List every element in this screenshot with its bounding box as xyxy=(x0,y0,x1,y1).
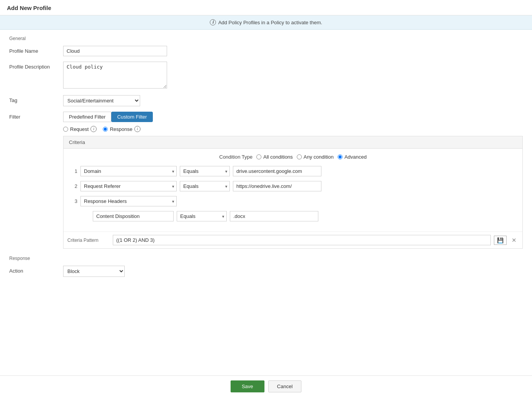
response-section: Response Action Block Allow Monitor xyxy=(9,256,523,277)
profile-description-row: Profile Description Cloud policy xyxy=(9,62,523,90)
condition-type-label: Condition Type xyxy=(219,154,253,160)
sub-value-input-3[interactable] xyxy=(230,211,318,221)
criteria-body: Condition Type All conditions Any condit… xyxy=(64,149,522,231)
advanced-radio-item[interactable]: Advanced xyxy=(338,154,367,160)
profile-description-input[interactable]: Cloud policy xyxy=(63,62,167,89)
field-dropdown-3-wrap: Domain Request Referer Response Headers … xyxy=(80,196,177,206)
any-condition-label: Any condition xyxy=(304,154,334,160)
banner-text: Add Policy Profiles in a Policy to activ… xyxy=(218,20,322,25)
action-wrap: Block Allow Monitor xyxy=(63,266,523,277)
request-info-icon: i xyxy=(90,126,97,132)
value-input-1[interactable] xyxy=(233,166,321,176)
response-info-icon: i xyxy=(134,126,141,132)
response-section-label: Response xyxy=(9,256,523,261)
field-select-2[interactable]: Domain Request Referer Response Headers xyxy=(80,181,177,191)
value-input-2[interactable] xyxy=(233,181,321,191)
request-radio-item[interactable]: Request i xyxy=(63,126,97,132)
condition-sub-row-3: Equals Contains ▾ xyxy=(70,211,516,221)
condition-row-3: 3 Domain Request Referer Response Header… xyxy=(70,196,516,206)
any-condition-radio[interactable] xyxy=(297,154,302,159)
action-select[interactable]: Block Allow Monitor xyxy=(63,266,125,277)
filter-row: Filter Predefined Filter Custom Filter R… xyxy=(9,112,523,249)
profile-name-wrap xyxy=(63,46,523,56)
criteria-pattern-input[interactable] xyxy=(113,235,491,245)
condition-number-2: 2 xyxy=(70,183,77,189)
general-section-label: General xyxy=(9,36,523,41)
sub-operator-dropdown-3-wrap: Equals Contains ▾ xyxy=(177,211,227,221)
any-condition-radio-item[interactable]: Any condition xyxy=(297,154,334,160)
field-dropdown-2-wrap: Domain Request Referer Response Headers … xyxy=(80,181,177,191)
tag-label: Tag xyxy=(9,95,63,103)
all-conditions-label: All conditions xyxy=(263,154,293,160)
clear-pattern-button[interactable]: ✕ xyxy=(510,236,519,245)
profile-description-wrap: Cloud policy xyxy=(63,62,523,90)
operator-select-2[interactable]: Equals Contains xyxy=(180,181,230,191)
field-dropdown-1-wrap: Domain Request Referer Response Headers … xyxy=(80,166,177,176)
profile-name-input[interactable] xyxy=(63,46,167,56)
condition-row-1: 1 Domain Request Referer Response Header… xyxy=(70,166,516,176)
filter-label: Filter xyxy=(9,112,63,120)
profile-name-label: Profile Name xyxy=(9,46,63,54)
save-pattern-button[interactable]: 💾 xyxy=(494,236,507,245)
custom-filter-button[interactable]: Custom Filter xyxy=(111,112,152,122)
profile-name-row: Profile Name xyxy=(9,46,523,56)
condition-row-2: 2 Domain Request Referer Response Header… xyxy=(70,181,516,191)
main-content: General Profile Name Profile Description… xyxy=(0,30,532,313)
condition-type-row: Condition Type All conditions Any condit… xyxy=(70,154,516,160)
tag-row: Tag Social/Entertainment Business Techno… xyxy=(9,95,523,106)
action-label: Action xyxy=(9,266,63,274)
profile-description-label: Profile Description xyxy=(9,62,63,70)
predefined-filter-button[interactable]: Predefined Filter xyxy=(63,112,111,122)
request-label: Request xyxy=(70,126,89,132)
operator-select-1[interactable]: Equals Contains Not Equals xyxy=(180,166,230,176)
info-icon: ℹ xyxy=(210,19,216,25)
operator-dropdown-1-wrap: Equals Contains Not Equals ▾ xyxy=(180,166,230,176)
page-title: Add New Profile xyxy=(0,0,532,15)
all-conditions-radio-item[interactable]: All conditions xyxy=(256,154,293,160)
request-response-group: Request i Response i xyxy=(63,126,523,132)
filter-wrap: Predefined Filter Custom Filter Request … xyxy=(63,112,523,249)
condition-number-1: 1 xyxy=(70,168,77,174)
criteria-header: Criteria xyxy=(64,136,522,149)
criteria-box: Criteria Condition Type All conditions A… xyxy=(63,136,523,249)
sub-operator-select-3[interactable]: Equals Contains xyxy=(177,211,227,221)
criteria-pattern-row: Criteria Pattern 💾 ✕ xyxy=(64,231,522,248)
info-banner: ℹ Add Policy Profiles in a Policy to act… xyxy=(0,15,532,30)
advanced-label: Advanced xyxy=(345,154,367,160)
criteria-pattern-label: Criteria Pattern xyxy=(67,238,110,243)
condition-number-3: 3 xyxy=(70,198,77,204)
action-row: Action Block Allow Monitor xyxy=(9,266,523,277)
response-radio-item[interactable]: Response i xyxy=(103,126,141,132)
advanced-radio[interactable] xyxy=(338,154,343,159)
tag-select[interactable]: Social/Entertainment Business Technology xyxy=(63,95,140,106)
operator-dropdown-2-wrap: Equals Contains ▾ xyxy=(180,181,230,191)
tag-wrap: Social/Entertainment Business Technology xyxy=(63,95,523,106)
response-radio[interactable] xyxy=(103,127,108,132)
field-select-3[interactable]: Domain Request Referer Response Headers xyxy=(80,196,177,206)
sub-field-input-3[interactable] xyxy=(93,211,174,221)
request-radio[interactable] xyxy=(63,127,68,132)
field-select-1[interactable]: Domain Request Referer Response Headers xyxy=(80,166,177,176)
response-label: Response xyxy=(110,126,132,132)
filter-buttons: Predefined Filter Custom Filter xyxy=(63,112,523,122)
all-conditions-radio[interactable] xyxy=(256,154,261,159)
